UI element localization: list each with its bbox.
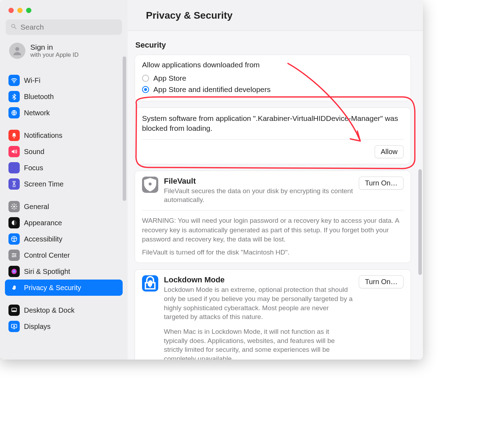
- sidebar-item-desktop-dock[interactable]: Desktop & Dock: [5, 302, 123, 318]
- minimize-icon[interactable]: [17, 8, 23, 13]
- svg-point-5: [13, 137, 14, 138]
- sliders-icon: [8, 250, 20, 261]
- sidebar-item-label: Notifications: [24, 131, 62, 140]
- security-heading: Security: [135, 41, 411, 55]
- lockdown-title: Lockdown Mode: [164, 275, 353, 284]
- sidebar-item-network[interactable]: Network: [5, 105, 123, 121]
- sidebar-item-sound[interactable]: Sound: [5, 143, 123, 160]
- allow-apps-radio-0[interactable]: App Store: [142, 73, 404, 84]
- sidebar-item-label: Focus: [24, 164, 43, 172]
- sidebar-item-accessibility[interactable]: Accessibility: [5, 231, 123, 247]
- close-icon[interactable]: [8, 8, 14, 13]
- filevault-icon: [142, 177, 158, 193]
- svg-point-11: [15, 255, 16, 256]
- allow-apps-radio-1[interactable]: App Store and identified developers: [142, 84, 404, 95]
- avatar-icon: [9, 43, 25, 59]
- sidebar-item-label: Screen Time: [24, 180, 63, 188]
- moon-icon: [8, 162, 20, 173]
- allow-button[interactable]: Allow: [375, 145, 404, 158]
- main-pane: Privacy & Security Security Allow applic…: [128, 0, 423, 360]
- sidebar-item-appearance[interactable]: Appearance: [5, 215, 123, 231]
- radio-label: App Store: [153, 74, 186, 82]
- sidebar-item-screen-time[interactable]: Screen Time: [5, 176, 123, 192]
- blocked-message: System software from application ".Karab…: [142, 114, 404, 134]
- svg-point-12: [12, 256, 13, 257]
- filevault-status: FileVault is turned off for the disk "Ma…: [142, 248, 404, 257]
- speaker-icon: [8, 146, 20, 157]
- wifi-icon: [8, 75, 20, 86]
- sidebar-item-label: Displays: [24, 323, 51, 331]
- sidebar-item-label: General: [24, 203, 49, 211]
- search-field[interactable]: [6, 19, 122, 35]
- main-scrollbar[interactable]: [418, 169, 422, 275]
- content: Security Allow applications downloaded f…: [128, 31, 423, 360]
- sidebar-nav: Wi-FiBluetoothNetworkNotificationsSoundF…: [0, 66, 128, 338]
- svg-rect-15: [12, 311, 16, 312]
- bell-icon: [8, 130, 20, 141]
- sign-in-row[interactable]: Sign in with your Apple ID: [0, 38, 128, 66]
- lockdown-card: Lockdown Mode Lockdown Mode is an extrem…: [135, 269, 411, 360]
- filevault-card: FileVault FileVault secures the data on …: [135, 171, 411, 263]
- sidebar-item-label: Wi-Fi: [24, 76, 41, 85]
- radio-label: App Store and identified developers: [153, 85, 271, 94]
- hourglass-icon: [8, 178, 20, 190]
- lockdown-turn-on-button[interactable]: Turn On…: [359, 275, 404, 288]
- sidebar-item-bluetooth[interactable]: Bluetooth: [5, 88, 123, 105]
- sidebar-item-label: Accessibility: [24, 235, 62, 243]
- radio-icon: [142, 86, 149, 93]
- siri-icon: [8, 266, 20, 277]
- lockdown-icon: [142, 275, 158, 292]
- sidebar-item-label: Appearance: [24, 219, 62, 227]
- svg-point-2: [15, 47, 19, 51]
- dock-icon: [8, 305, 20, 316]
- filevault-turn-on-button[interactable]: Turn On…: [359, 177, 404, 190]
- system-settings-window: Sign in with your Apple ID Wi-FiBluetoot…: [0, 0, 423, 360]
- accessibility-icon: [8, 233, 20, 245]
- zoom-icon[interactable]: [26, 8, 31, 13]
- lockdown-desc-2: When Mac is in Lockdown Mode, it will no…: [164, 327, 353, 360]
- display-icon: [8, 321, 20, 332]
- filevault-title: FileVault: [164, 177, 353, 186]
- svg-point-6: [13, 206, 15, 208]
- sidebar-item-label: Control Center: [24, 251, 70, 259]
- lockdown-desc: Lockdown Mode is an extreme, optional pr…: [164, 285, 353, 321]
- sidebar-item-label: Siri & Spotlight: [24, 268, 70, 276]
- gear-icon: [8, 201, 20, 212]
- filevault-desc: FileVault secures the data on your disk …: [164, 186, 353, 204]
- sidebar-item-displays[interactable]: Displays: [5, 318, 123, 335]
- sidebar-item-control-center[interactable]: Control Center: [5, 247, 123, 263]
- radio-icon: [142, 75, 149, 82]
- allow-apps-label: Allow applications downloaded from: [142, 61, 404, 69]
- window-controls: [0, 0, 128, 13]
- svg-point-18: [149, 183, 152, 185]
- sidebar: Sign in with your Apple ID Wi-FiBluetoot…: [0, 0, 128, 360]
- filevault-warning: WARNING: You will need your login passwo…: [142, 216, 404, 244]
- svg-point-13: [12, 269, 17, 274]
- sidebar-item-siri-spotlight[interactable]: Siri & Spotlight: [5, 263, 123, 280]
- hand-icon: [8, 282, 20, 293]
- svg-point-10: [13, 253, 14, 254]
- svg-point-17: [13, 325, 15, 327]
- svg-line-1: [14, 27, 16, 29]
- svg-point-9: [14, 237, 15, 238]
- sign-in-subtitle: with your Apple ID: [30, 51, 79, 59]
- sidebar-item-label: Desktop & Dock: [24, 306, 74, 314]
- appearance-icon: [8, 217, 20, 228]
- svg-point-3: [14, 82, 15, 83]
- sidebar-item-wi-fi[interactable]: Wi-Fi: [5, 72, 123, 88]
- sidebar-item-label: Network: [24, 109, 50, 117]
- sidebar-item-label: Privacy & Security: [24, 284, 81, 292]
- search-icon: [11, 23, 17, 31]
- sign-in-title: Sign in: [30, 43, 79, 51]
- sidebar-item-privacy-security[interactable]: Privacy & Security: [5, 280, 123, 296]
- sidebar-item-general[interactable]: General: [5, 198, 123, 215]
- sidebar-scrollbar[interactable]: [123, 56, 126, 201]
- allow-apps-card: Allow applications downloaded from App S…: [135, 55, 411, 101]
- sidebar-item-focus[interactable]: Focus: [5, 160, 123, 176]
- blocked-software-card: System software from application ".Karab…: [135, 108, 411, 164]
- sidebar-item-label: Bluetooth: [24, 93, 54, 101]
- page-title: Privacy & Security: [128, 0, 423, 31]
- globe-icon: [8, 107, 20, 118]
- sidebar-item-notifications[interactable]: Notifications: [5, 127, 123, 143]
- search-input[interactable]: [20, 23, 117, 31]
